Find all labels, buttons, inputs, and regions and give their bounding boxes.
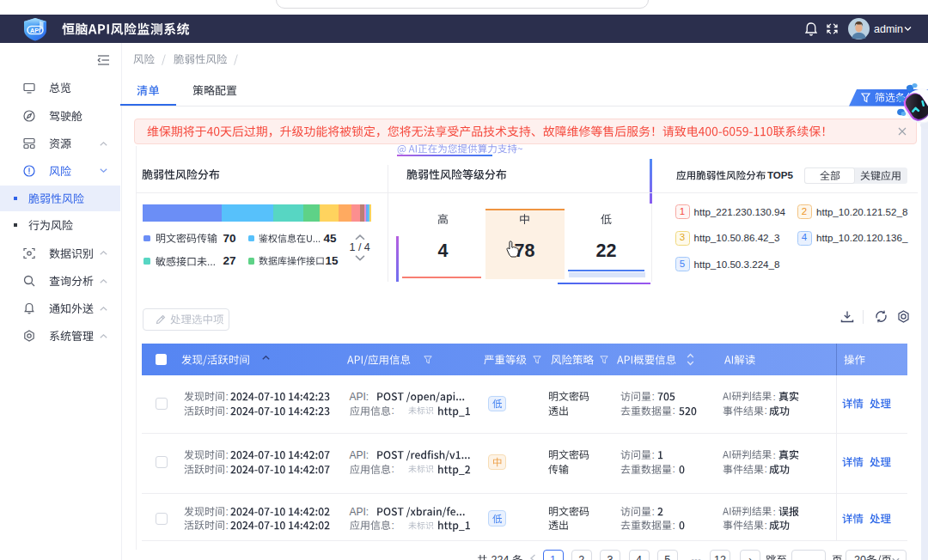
svg-text:API: API (30, 27, 40, 34)
